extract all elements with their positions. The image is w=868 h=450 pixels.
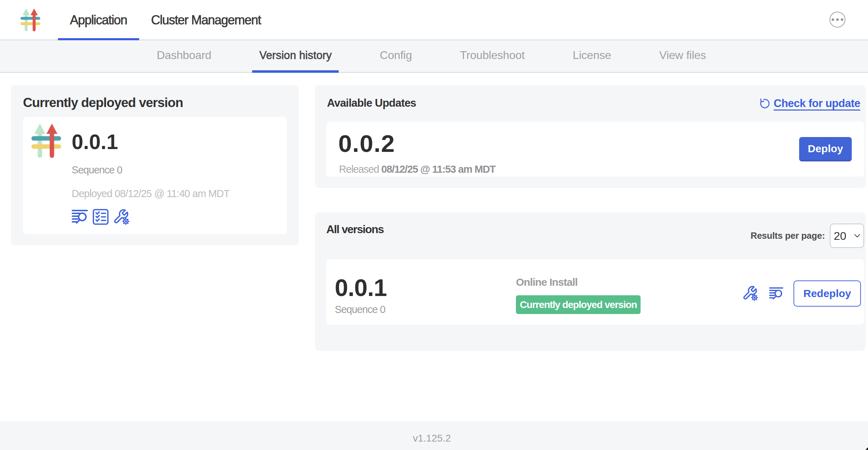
tab-application-label: Application	[70, 13, 127, 27]
currently-deployed-panel: Currently deployed version 0.0.1 Sequenc…	[11, 85, 299, 245]
tab-cluster-management[interactable]: Cluster Management	[139, 0, 273, 40]
view-diff-icon[interactable]	[768, 286, 784, 301]
overflow-menu-button[interactable]	[830, 12, 845, 28]
deployed-label: Deployed	[72, 188, 112, 199]
released-label: Released	[339, 164, 379, 175]
subnav-tab-label: Config	[380, 49, 412, 61]
subnav-tab-label: View files	[659, 49, 706, 61]
update-released-timestamp: Released 08/12/25 @ 11:53 am MDT	[339, 164, 495, 175]
deployed-version-details: 0.0.1 Sequence 0 Deployed 08/12/25 @ 11:…	[72, 117, 230, 225]
currently-deployed-badge: Currently deployed version	[516, 295, 641, 314]
subnav-tab-config[interactable]: Config	[373, 40, 419, 72]
tab-cluster-management-label: Cluster Management	[151, 13, 261, 27]
subnav-tab-label: License	[573, 49, 611, 61]
subnav-tab-label: Version history	[259, 49, 332, 61]
mouse-cursor	[865, 445, 868, 450]
row-install-info: Online Install Currently deployed versio…	[516, 259, 641, 314]
config-wrench-icon[interactable]	[113, 209, 130, 225]
deployed-date: 08/12/25 @ 11:40 am MDT	[115, 188, 230, 199]
row-version-number: 0.0.1	[335, 274, 387, 301]
subnav-tab-label: Dashboard	[157, 49, 212, 61]
available-updates-panel: Available Updates Check for update 0.0.2…	[315, 85, 866, 188]
check-for-update-label: Check for update	[774, 97, 860, 110]
deployed-version-actions	[72, 209, 230, 225]
version-row: 0.0.1 Sequence 0 Online Install Currentl…	[326, 259, 864, 325]
app-subnav: Dashboard Version history Config Trouble…	[0, 40, 868, 73]
ellipsis-icon	[832, 18, 834, 21]
ellipsis-icon	[836, 18, 839, 21]
deployed-sequence: Sequence 0	[72, 164, 230, 176]
currently-deployed-card: 0.0.1 Sequence 0 Deployed 08/12/25 @ 11:…	[23, 117, 287, 234]
refresh-icon	[759, 98, 769, 109]
update-version-number: 0.0.2	[338, 130, 395, 158]
ellipsis-icon	[841, 18, 843, 21]
redeploy-button[interactable]: Redeploy	[793, 280, 861, 307]
footer: v1.125.2	[0, 421, 868, 450]
currently-deployed-title: Currently deployed version	[23, 95, 287, 110]
row-actions: Redeploy	[743, 261, 861, 326]
kots-admin-console: Application Cluster Management Dashboard…	[0, 0, 868, 450]
row-sequence: Sequence 0	[335, 304, 387, 315]
released-date: 08/12/25 @ 11:53 am MDT	[381, 164, 495, 175]
subnav-tab-dashboard[interactable]: Dashboard	[150, 40, 219, 72]
view-diff-icon[interactable]	[72, 209, 88, 225]
top-nav-tabs: Application Cluster Management	[58, 0, 273, 40]
top-nav: Application Cluster Management	[0, 0, 868, 40]
subnav-tab-license[interactable]: License	[566, 40, 618, 72]
app-icon	[31, 124, 61, 159]
app-logo-icon	[20, 8, 41, 32]
results-per-page: Results per page: 20	[750, 224, 864, 248]
subnav-tab-label: Troubleshoot	[460, 49, 525, 61]
deployed-timestamp: Deployed 08/12/25 @ 11:40 am MDT	[72, 188, 230, 200]
available-update-card: 0.0.2 Released 08/12/25 @ 11:53 am MDT D…	[326, 122, 864, 177]
row-version-info: 0.0.1 Sequence 0	[335, 259, 387, 315]
subnav-tab-view-files[interactable]: View files	[652, 40, 713, 72]
results-per-page-label: Results per page:	[750, 231, 825, 241]
row-install-type: Online Install	[516, 276, 641, 288]
results-per-page-select[interactable]: 20	[830, 224, 864, 248]
all-versions-panel: All versions Results per page: 20 0.0.1 …	[315, 212, 866, 351]
deployed-version-number: 0.0.1	[72, 130, 230, 154]
subnav-tab-version-history[interactable]: Version history	[252, 40, 339, 72]
console-version: v1.125.2	[0, 433, 864, 444]
config-wrench-icon[interactable]	[743, 284, 758, 302]
subnav-tab-troubleshoot[interactable]: Troubleshoot	[453, 40, 532, 72]
tab-application[interactable]: Application	[58, 0, 139, 40]
deploy-button[interactable]: Deploy	[799, 137, 852, 160]
preflight-checklist-icon[interactable]	[93, 209, 109, 225]
check-for-update-link[interactable]: Check for update	[759, 97, 860, 110]
